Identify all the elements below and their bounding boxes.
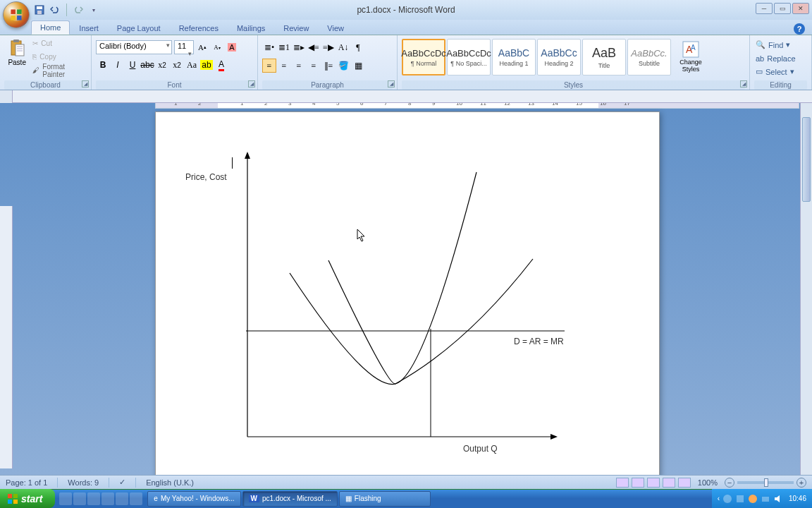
tab-mailings[interactable]: Mailings [228, 21, 274, 35]
tray-icon-3[interactable] [748, 494, 758, 504]
start-button[interactable]: start [0, 489, 55, 508]
status-words[interactable]: Words: 9 [68, 478, 99, 487]
font-name-combo[interactable]: Calibri (Body) [96, 40, 172, 54]
minimize-button[interactable]: ─ [756, 3, 773, 14]
redo-icon[interactable] [73, 4, 84, 16]
tab-references[interactable]: References [170, 21, 228, 35]
ql-icon-1[interactable] [59, 492, 72, 505]
change-case-button[interactable]: Aa [185, 58, 199, 72]
vertical-scrollbar[interactable] [800, 103, 812, 488]
font-color-button[interactable]: A [214, 58, 228, 72]
tab-view[interactable]: View [318, 21, 353, 35]
find-button[interactable]: 🔍Find ▾ [754, 39, 807, 51]
tray-icon-1[interactable] [722, 494, 732, 504]
status-page[interactable]: Page: 1 of 1 [6, 478, 47, 487]
show-marks-button[interactable]: ¶ [351, 40, 365, 54]
clear-formatting-button[interactable]: A [226, 40, 238, 54]
increase-indent-button[interactable]: ≡▶ [321, 40, 336, 54]
zoom-out-button[interactable]: − [725, 478, 734, 488]
style-normal[interactable]: AaBbCcDc¶ Normal [402, 39, 445, 75]
style-subtitle[interactable]: AaBbCc.Subtitle [627, 39, 671, 75]
zoom-in-button[interactable]: + [796, 478, 806, 488]
highlight-button[interactable]: ab [199, 58, 214, 72]
vertical-ruler[interactable] [0, 206, 13, 468]
tray-icon-4[interactable] [761, 494, 770, 504]
tab-review[interactable]: Review [274, 21, 318, 35]
task-word[interactable]: Wpc1.docx - Microsof ... [242, 491, 338, 507]
qat-customize-icon[interactable]: ▾ [88, 4, 99, 16]
view-full-screen[interactable] [632, 478, 644, 488]
ql-icon-6[interactable] [130, 492, 142, 505]
cut-button[interactable]: ✂Cut [32, 37, 87, 49]
align-right-button[interactable]: ≡ [292, 59, 306, 73]
view-outline[interactable] [663, 478, 675, 488]
borders-button[interactable]: ▦ [351, 59, 365, 73]
align-center-button[interactable]: ≡ [277, 59, 291, 73]
zoom-slider-thumb[interactable] [764, 478, 768, 487]
help-icon[interactable]: ? [794, 23, 805, 35]
style-title[interactable]: AaBTitle [582, 39, 626, 75]
document-page[interactable]: Price, Cost D = AR = MR Output Q [155, 111, 660, 488]
ql-icon-2[interactable] [73, 492, 86, 505]
font-size-combo[interactable]: 11 [174, 40, 194, 54]
zoom-slider[interactable] [737, 481, 794, 484]
format-painter-button[interactable]: 🖌Format Painter [32, 64, 87, 76]
task-flashing[interactable]: ▦Flashing [339, 491, 431, 507]
subscript-button[interactable]: x2 [155, 58, 169, 72]
scroll-thumb[interactable] [802, 117, 811, 202]
undo-icon[interactable] [49, 4, 61, 16]
ql-icon-4[interactable] [102, 492, 114, 505]
select-button[interactable]: ▭Select ▾ [754, 66, 807, 78]
clipboard-dialog-launcher[interactable]: ◢ [82, 80, 89, 87]
shading-button[interactable]: 🪣 [336, 59, 350, 73]
tray-expand-icon[interactable]: ‹ [718, 495, 720, 502]
paragraph-dialog-launcher[interactable]: ◢ [388, 80, 395, 87]
superscript-button[interactable]: x2 [170, 58, 184, 72]
zoom-percent[interactable]: 100% [698, 478, 718, 487]
status-proofing-icon[interactable]: ✓ [119, 478, 125, 487]
bullets-button[interactable]: ≣• [262, 40, 276, 54]
style-no-spacing[interactable]: AaBbCcDc¶ No Spaci... [447, 39, 491, 75]
copy-button[interactable]: ⎘Copy [32, 51, 87, 63]
tray-icon-2[interactable] [735, 494, 745, 504]
tab-page-layout[interactable]: Page Layout [108, 21, 170, 35]
horizontal-ruler[interactable]: 2 1 1 2 3 4 5 6 7 8 9 10 11 12 13 14 15 … [155, 103, 799, 109]
underline-button[interactable]: U [125, 58, 140, 72]
numbering-button[interactable]: ≣1 [277, 40, 291, 54]
italic-button[interactable]: I [111, 58, 125, 72]
line-spacing-button[interactable]: ‖≡ [321, 59, 336, 73]
view-print-layout[interactable] [616, 478, 629, 488]
save-icon[interactable] [34, 4, 45, 16]
strikethrough-button[interactable]: abc [140, 58, 154, 72]
close-button[interactable]: ✕ [792, 3, 809, 14]
font-dialog-launcher[interactable]: ◢ [248, 80, 255, 87]
system-tray[interactable]: ‹ 10:46 [712, 489, 812, 508]
multilevel-button[interactable]: ≣▸ [292, 40, 306, 54]
tab-home[interactable]: Home [31, 20, 70, 35]
paste-button[interactable]: Paste [4, 37, 30, 77]
clock[interactable]: 10:46 [789, 495, 806, 502]
ql-icon-3[interactable] [87, 492, 100, 505]
change-styles-button[interactable]: AA Change Styles [672, 39, 709, 77]
office-button[interactable] [3, 1, 30, 28]
justify-button[interactable]: ≡ [307, 59, 321, 73]
replace-button[interactable]: abReplace [754, 52, 807, 64]
grow-font-button[interactable]: A▴ [196, 40, 209, 54]
style-heading1[interactable]: AaBbCHeading 1 [492, 39, 536, 75]
maximize-button[interactable]: ▭ [774, 3, 791, 14]
status-language[interactable]: English (U.K.) [146, 478, 194, 487]
ql-icon-5[interactable] [116, 492, 128, 505]
view-web-layout[interactable] [647, 478, 660, 488]
view-draft[interactable] [678, 478, 691, 488]
decrease-indent-button[interactable]: ◀≡ [307, 40, 321, 54]
ruler-corner[interactable] [0, 90, 13, 103]
style-heading2[interactable]: AaBbCcHeading 2 [537, 39, 581, 75]
sort-button[interactable]: A↓ [336, 40, 350, 54]
bold-button[interactable]: B [96, 58, 110, 72]
tray-volume-icon[interactable] [773, 494, 783, 504]
tab-insert[interactable]: Insert [70, 21, 108, 35]
shrink-font-button[interactable]: A▾ [211, 40, 223, 54]
styles-dialog-launcher[interactable]: ◢ [740, 80, 747, 87]
align-left-button[interactable]: ≡ [262, 59, 276, 73]
task-yahoo[interactable]: eMy Yahoo! - Windows... [147, 491, 240, 507]
